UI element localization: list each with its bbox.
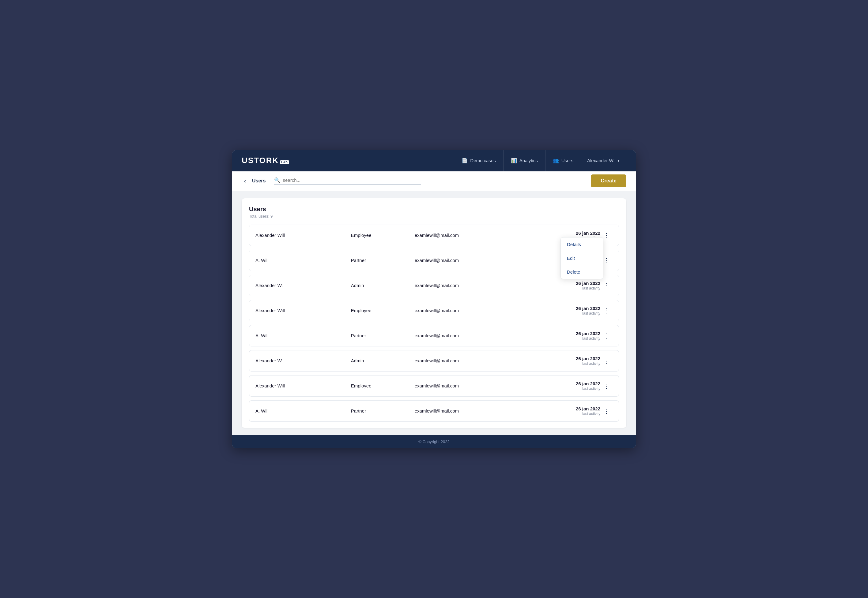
user-activity: 26 jan 2022 last activity — [521, 406, 600, 416]
row-menu-col: ⋮ — [600, 281, 613, 290]
search-icon: 🔍 — [274, 177, 280, 183]
user-name: Alexander Will — [255, 233, 351, 238]
user-email: examlewill@mail.com — [415, 358, 521, 363]
nav-user-name: Alexander W. — [587, 158, 615, 163]
activity-label: last activity — [521, 412, 600, 416]
dropdown-edit[interactable]: Edit — [561, 251, 603, 265]
user-role: Admin — [351, 283, 415, 288]
users-list: Alexander Will Employee examlewill@mail.… — [249, 225, 619, 422]
activity-label: last activity — [521, 362, 600, 366]
card-header: Users Total users: 9 — [249, 206, 619, 218]
user-name: Alexander W. — [255, 283, 351, 288]
subheader: ‹ Users 🔍 Create — [232, 171, 636, 191]
user-email: examlewill@mail.com — [415, 308, 521, 313]
row-menu-col: ⋮ — [600, 306, 613, 315]
nav: 📄 Demo cases 📊 Analytics 👥 Users Alexand… — [454, 150, 626, 171]
user-activity: 26 jan 2022 last activity — [521, 281, 600, 290]
row-menu-col: ⋮ — [600, 357, 613, 365]
analytics-icon: 📊 — [511, 158, 517, 163]
more-options-button[interactable]: ⋮ — [601, 281, 613, 290]
user-name: Alexander W. — [255, 358, 351, 363]
user-email: examlewill@mail.com — [415, 283, 521, 288]
activity-date: 26 jan 2022 — [576, 406, 600, 411]
more-options-button[interactable]: ⋮ — [601, 306, 613, 315]
activity-date: 26 jan 2022 — [576, 230, 600, 236]
activity-date: 26 jan 2022 — [576, 381, 600, 386]
user-role: Partner — [351, 408, 415, 413]
user-name: A. Will — [255, 408, 351, 413]
nav-demo-cases-label: Demo cases — [470, 158, 496, 163]
chevron-down-icon: ▼ — [617, 159, 620, 163]
user-email: examlewill@mail.com — [415, 233, 521, 238]
more-options-button[interactable]: ⋮ — [601, 332, 613, 340]
demo-cases-icon: 📄 — [462, 158, 468, 163]
logo-badge: LAB — [280, 160, 289, 164]
copyright-text: © Copyright 2022 — [418, 440, 449, 444]
back-button[interactable]: ‹ — [242, 176, 248, 185]
activity-date: 26 jan 2022 — [576, 331, 600, 336]
activity-label: last activity — [521, 311, 600, 315]
user-role: Employee — [351, 233, 415, 238]
breadcrumb: Users — [252, 178, 265, 184]
nav-analytics[interactable]: 📊 Analytics — [503, 150, 545, 171]
user-activity: 26 jan 2022 last activity — [521, 331, 600, 341]
user-role: Partner — [351, 333, 415, 338]
activity-label: last activity — [521, 286, 600, 290]
activity-label: last activity — [521, 336, 600, 341]
search-wrapper: 🔍 — [274, 177, 421, 185]
user-role: Employee — [351, 308, 415, 313]
more-options-button[interactable]: ⋮ — [601, 407, 613, 415]
table-row[interactable]: Alexander W. Admin examlewill@mail.com 2… — [249, 350, 619, 372]
users-card: Users Total users: 9 Alexander Will Empl… — [242, 198, 626, 428]
nav-demo-cases[interactable]: 📄 Demo cases — [454, 150, 503, 171]
logo-text: USTORK — [242, 156, 279, 165]
card-title: Users — [249, 206, 619, 213]
user-name: Alexander Will — [255, 308, 351, 313]
create-button[interactable]: Create — [591, 175, 626, 187]
activity-date: 26 jan 2022 — [576, 356, 600, 361]
user-activity: 26 jan 2022 last activity — [521, 356, 600, 366]
user-email: examlewill@mail.com — [415, 258, 521, 263]
activity-date: 26 jan 2022 — [576, 281, 600, 286]
row-menu-col: ⋮ Details Edit Delete — [600, 231, 613, 240]
user-email: examlewill@mail.com — [415, 333, 521, 338]
user-role: Employee — [351, 383, 415, 389]
user-activity: 26 jan 2022 last activity — [521, 381, 600, 391]
user-name: Alexander Will — [255, 383, 351, 389]
card-subtitle: Total users: 9 — [249, 214, 619, 218]
activity-date: 26 jan 2022 — [576, 306, 600, 311]
users-icon: 👥 — [553, 158, 559, 163]
table-row[interactable]: Alexander Will Employee examlewill@mail.… — [249, 225, 619, 246]
footer: © Copyright 2022 — [232, 435, 636, 448]
table-row[interactable]: Alexander Will Employee examlewill@mail.… — [249, 300, 619, 321]
table-row[interactable]: A. Will Partner examlewill@mail.com 26 j… — [249, 400, 619, 422]
nav-users[interactable]: 👥 Users — [545, 150, 581, 171]
table-row[interactable]: Alexander Will Employee examlewill@mail.… — [249, 375, 619, 397]
dropdown-details[interactable]: Details — [561, 238, 603, 251]
header: USTORK LAB 📄 Demo cases 📊 Analytics 👥 Us… — [232, 150, 636, 171]
dropdown-delete[interactable]: Delete — [561, 265, 603, 279]
user-email: examlewill@mail.com — [415, 383, 521, 389]
row-menu-col: ⋮ — [600, 332, 613, 340]
row-menu-col: ⋮ — [600, 407, 613, 415]
more-options-button[interactable]: ⋮ — [601, 382, 613, 390]
user-role: Partner — [351, 258, 415, 263]
more-options-button[interactable]: ⋮ — [601, 357, 613, 365]
main-content: Users Total users: 9 Alexander Will Empl… — [232, 191, 636, 435]
search-input[interactable] — [283, 178, 421, 183]
nav-users-label: Users — [561, 158, 573, 163]
table-row[interactable]: A. Will Partner examlewill@mail.com 26 j… — [249, 325, 619, 347]
activity-label: last activity — [521, 387, 600, 391]
user-role: Admin — [351, 358, 415, 363]
user-name: A. Will — [255, 258, 351, 263]
user-email: examlewill@mail.com — [415, 408, 521, 413]
dropdown-menu: Details Edit Delete — [561, 237, 603, 279]
logo: USTORK LAB — [242, 156, 289, 165]
row-menu-col: ⋮ — [600, 382, 613, 390]
user-name: A. Will — [255, 333, 351, 338]
user-activity: 26 jan 2022 last activity — [521, 306, 600, 315]
nav-analytics-label: Analytics — [519, 158, 538, 163]
nav-user-menu[interactable]: Alexander W. ▼ — [581, 150, 626, 171]
